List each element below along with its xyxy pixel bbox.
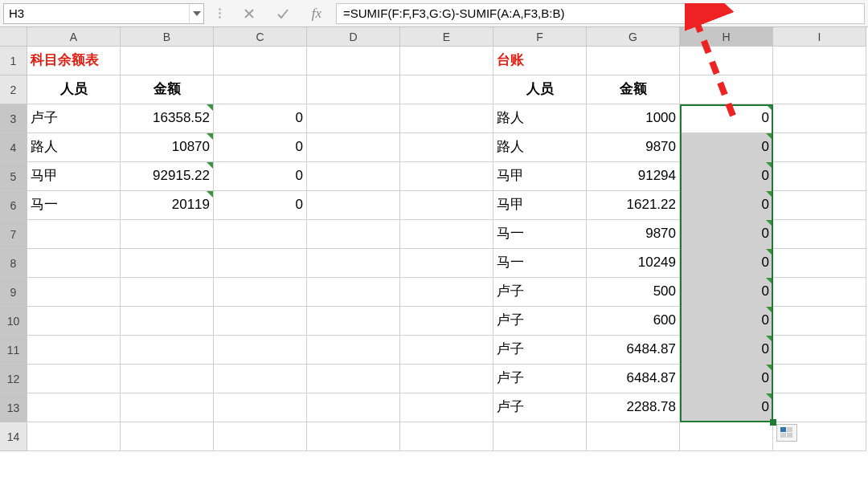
cell[interactable]: 路人 bbox=[493, 133, 587, 162]
cell[interactable] bbox=[773, 336, 866, 365]
cell[interactable] bbox=[214, 278, 307, 307]
cell[interactable] bbox=[27, 365, 121, 393]
cell[interactable] bbox=[214, 393, 307, 422]
formula-input[interactable]: =SUMIF(F:F,F3,G:G)-SUMIF(A:A,F3,B:B) bbox=[336, 3, 865, 24]
cell[interactable]: 2288.78 bbox=[587, 393, 680, 422]
cell[interactable]: 0 bbox=[680, 133, 773, 162]
worksheet-grid[interactable]: A B C D E F G H I 1 科目余额表 台账 2 人员 金额 人员 … bbox=[0, 27, 868, 451]
col-header-I[interactable]: I bbox=[773, 27, 866, 47]
cell[interactable]: 92915.22 bbox=[121, 162, 214, 191]
row-header[interactable]: 3 bbox=[0, 104, 27, 133]
select-all-corner[interactable] bbox=[0, 27, 27, 47]
cell[interactable] bbox=[400, 278, 493, 307]
cell[interactable] bbox=[27, 393, 121, 422]
cell[interactable]: 0 bbox=[680, 162, 773, 191]
row-header[interactable]: 13 bbox=[0, 393, 27, 422]
cell[interactable]: 卢子 bbox=[493, 393, 587, 422]
cell[interactable] bbox=[121, 220, 214, 249]
cell[interactable] bbox=[27, 307, 121, 336]
cell[interactable] bbox=[773, 47, 866, 75]
cell[interactable]: 0 bbox=[214, 133, 307, 162]
cell[interactable]: 人员 bbox=[27, 75, 121, 104]
cell[interactable] bbox=[121, 307, 214, 336]
cell[interactable] bbox=[400, 336, 493, 365]
cell[interactable] bbox=[773, 104, 866, 133]
cell[interactable] bbox=[214, 422, 307, 451]
cell[interactable] bbox=[307, 307, 400, 336]
col-header-G[interactable]: G bbox=[587, 27, 680, 47]
cell[interactable]: 0 bbox=[680, 191, 773, 220]
col-header-D[interactable]: D bbox=[307, 27, 400, 47]
cell[interactable]: 台账 bbox=[493, 47, 587, 75]
row-header[interactable]: 9 bbox=[0, 278, 27, 307]
cell[interactable] bbox=[121, 365, 214, 393]
row-header[interactable]: 4 bbox=[0, 133, 27, 162]
cell[interactable] bbox=[400, 162, 493, 191]
cell[interactable]: 16358.52 bbox=[121, 104, 214, 133]
cell[interactable]: 500 bbox=[587, 278, 680, 307]
fill-handle[interactable] bbox=[770, 419, 776, 426]
cell[interactable]: 1000 bbox=[587, 104, 680, 133]
cell[interactable] bbox=[400, 365, 493, 393]
cell[interactable] bbox=[307, 162, 400, 191]
cell[interactable]: 卢子 bbox=[493, 278, 587, 307]
cell[interactable]: 卢子 bbox=[493, 365, 587, 393]
cell[interactable] bbox=[121, 278, 214, 307]
row-header[interactable]: 6 bbox=[0, 191, 27, 220]
cell[interactable]: 马甲 bbox=[493, 191, 587, 220]
cell[interactable] bbox=[27, 278, 121, 307]
cell[interactable]: 马一 bbox=[27, 191, 121, 220]
cell[interactable] bbox=[773, 191, 866, 220]
cell[interactable] bbox=[400, 307, 493, 336]
cell[interactable]: 6484.87 bbox=[587, 365, 680, 393]
cell[interactable]: 马甲 bbox=[493, 162, 587, 191]
cell[interactable] bbox=[27, 249, 121, 278]
cell[interactable]: 0 bbox=[680, 220, 773, 249]
cell[interactable] bbox=[493, 422, 587, 451]
cell[interactable] bbox=[121, 47, 214, 75]
cell[interactable]: 科目余额表 bbox=[27, 47, 121, 75]
cell[interactable] bbox=[307, 104, 400, 133]
formula-bar-resizer[interactable] bbox=[209, 3, 230, 24]
cell[interactable]: 9870 bbox=[587, 133, 680, 162]
row-header[interactable]: 1 bbox=[0, 47, 27, 75]
cell[interactable] bbox=[307, 249, 400, 278]
cell[interactable]: 路人 bbox=[493, 104, 587, 133]
cell[interactable] bbox=[773, 307, 866, 336]
cell[interactable]: 9870 bbox=[587, 220, 680, 249]
insert-function-icon[interactable]: fx bbox=[302, 3, 331, 24]
cell[interactable]: 卢子 bbox=[493, 307, 587, 336]
cell[interactable] bbox=[307, 365, 400, 393]
cell[interactable] bbox=[214, 365, 307, 393]
row-header[interactable]: 5 bbox=[0, 162, 27, 191]
cell[interactable] bbox=[680, 75, 773, 104]
cell[interactable]: 金额 bbox=[121, 75, 214, 104]
cell[interactable]: 0 bbox=[214, 162, 307, 191]
cell[interactable] bbox=[773, 393, 866, 422]
cell[interactable]: 0 bbox=[680, 365, 773, 393]
cell[interactable]: 6484.87 bbox=[587, 336, 680, 365]
cell[interactable] bbox=[400, 75, 493, 104]
cell[interactable] bbox=[214, 75, 307, 104]
cell[interactable] bbox=[773, 162, 866, 191]
cell[interactable]: 0 bbox=[214, 191, 307, 220]
cell[interactable]: 卢子 bbox=[27, 104, 121, 133]
cell[interactable] bbox=[214, 249, 307, 278]
cell[interactable] bbox=[587, 47, 680, 75]
cell[interactable] bbox=[400, 191, 493, 220]
col-header-E[interactable]: E bbox=[400, 27, 493, 47]
paste-options-button[interactable] bbox=[776, 424, 797, 442]
cell[interactable] bbox=[773, 75, 866, 104]
cell[interactable]: 10249 bbox=[587, 249, 680, 278]
cell[interactable]: 91294 bbox=[587, 162, 680, 191]
cell[interactable] bbox=[773, 220, 866, 249]
cell[interactable] bbox=[307, 278, 400, 307]
cell[interactable]: 0 bbox=[214, 104, 307, 133]
cell[interactable] bbox=[307, 422, 400, 451]
row-header[interactable]: 11 bbox=[0, 336, 27, 365]
cell[interactable] bbox=[214, 307, 307, 336]
cell[interactable] bbox=[27, 336, 121, 365]
col-header-B[interactable]: B bbox=[121, 27, 214, 47]
cell[interactable] bbox=[400, 104, 493, 133]
cell[interactable]: 马一 bbox=[493, 220, 587, 249]
